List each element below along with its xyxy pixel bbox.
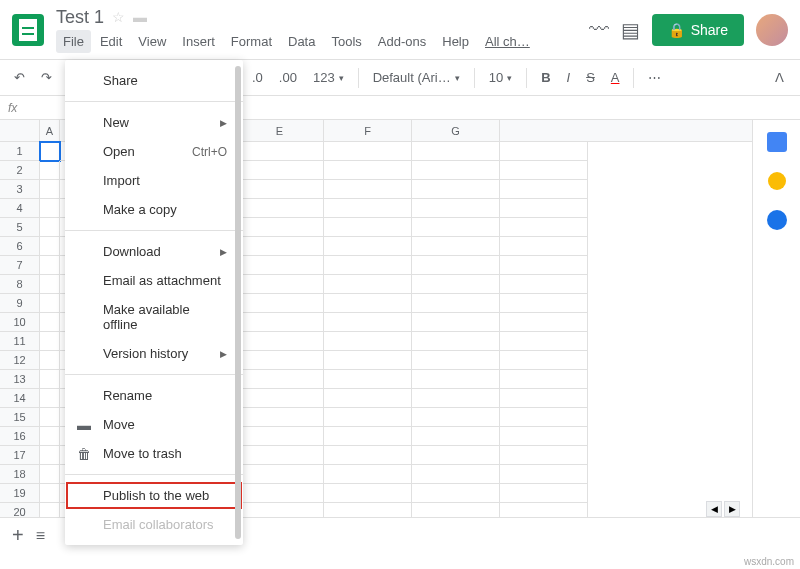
- undo-button[interactable]: ↶: [8, 66, 31, 89]
- col-header-e[interactable]: E: [236, 120, 324, 141]
- cell[interactable]: [40, 294, 60, 313]
- cell[interactable]: [40, 199, 60, 218]
- row-header[interactable]: 14: [0, 389, 40, 408]
- cell[interactable]: [412, 180, 500, 199]
- cell[interactable]: [324, 484, 412, 503]
- menu-file[interactable]: File: [56, 30, 91, 53]
- cell[interactable]: [236, 237, 324, 256]
- cell[interactable]: [40, 332, 60, 351]
- cell[interactable]: [40, 389, 60, 408]
- cell[interactable]: [500, 484, 588, 503]
- cell[interactable]: [412, 351, 500, 370]
- cell[interactable]: [500, 180, 588, 199]
- menu-changes[interactable]: All ch…: [478, 30, 537, 53]
- menu-email-collaborators[interactable]: Email collaborators: [65, 510, 243, 539]
- cell[interactable]: [324, 446, 412, 465]
- row-header[interactable]: 5: [0, 218, 40, 237]
- cell[interactable]: [40, 180, 60, 199]
- sheets-menu-button[interactable]: ≡: [36, 527, 45, 545]
- cell[interactable]: [40, 142, 60, 161]
- menu-download[interactable]: Download▶: [65, 237, 243, 266]
- cell[interactable]: [40, 256, 60, 275]
- cell[interactable]: [40, 484, 60, 503]
- menu-edit[interactable]: Edit: [93, 30, 129, 53]
- cell[interactable]: [500, 275, 588, 294]
- menu-make-copy[interactable]: Make a copy: [65, 195, 243, 224]
- cell[interactable]: [324, 313, 412, 332]
- cell[interactable]: [236, 484, 324, 503]
- cell[interactable]: [236, 256, 324, 275]
- cell[interactable]: [236, 408, 324, 427]
- row-header[interactable]: 4: [0, 199, 40, 218]
- cell[interactable]: [412, 256, 500, 275]
- menu-open[interactable]: OpenCtrl+O: [65, 137, 243, 166]
- row-header[interactable]: 9: [0, 294, 40, 313]
- cell[interactable]: [236, 389, 324, 408]
- cell[interactable]: [236, 465, 324, 484]
- row-header[interactable]: 8: [0, 275, 40, 294]
- cell[interactable]: [40, 275, 60, 294]
- cell[interactable]: [236, 427, 324, 446]
- cell[interactable]: [412, 275, 500, 294]
- cell[interactable]: [324, 294, 412, 313]
- cell[interactable]: [40, 313, 60, 332]
- cell[interactable]: [40, 161, 60, 180]
- cell[interactable]: [236, 351, 324, 370]
- row-header[interactable]: 15: [0, 408, 40, 427]
- menu-view[interactable]: View: [131, 30, 173, 53]
- cell[interactable]: [40, 237, 60, 256]
- collapse-toolbar[interactable]: ᐱ: [767, 66, 792, 89]
- row-header[interactable]: 1: [0, 142, 40, 161]
- menu-move[interactable]: ▬Move: [65, 410, 243, 439]
- cell[interactable]: [412, 161, 500, 180]
- cell[interactable]: [500, 427, 588, 446]
- trend-icon[interactable]: 〰: [589, 18, 609, 41]
- menu-rename[interactable]: Rename: [65, 381, 243, 410]
- row-header[interactable]: 3: [0, 180, 40, 199]
- cell[interactable]: [500, 294, 588, 313]
- star-icon[interactable]: ☆: [112, 9, 125, 25]
- row-header[interactable]: 16: [0, 427, 40, 446]
- cell[interactable]: [500, 313, 588, 332]
- row-header[interactable]: 18: [0, 465, 40, 484]
- tasks-icon[interactable]: [767, 210, 787, 230]
- cell[interactable]: [236, 294, 324, 313]
- cell[interactable]: [412, 237, 500, 256]
- row-header[interactable]: 12: [0, 351, 40, 370]
- cell[interactable]: [412, 408, 500, 427]
- cell[interactable]: [412, 465, 500, 484]
- decrease-decimal[interactable]: .0: [246, 66, 269, 89]
- cell[interactable]: [324, 408, 412, 427]
- cell[interactable]: [324, 389, 412, 408]
- cell[interactable]: [500, 199, 588, 218]
- cell[interactable]: [236, 199, 324, 218]
- cell[interactable]: [500, 370, 588, 389]
- cell[interactable]: [500, 446, 588, 465]
- cell[interactable]: [500, 218, 588, 237]
- bold-button[interactable]: B: [535, 66, 556, 89]
- cell[interactable]: [324, 180, 412, 199]
- cell[interactable]: [500, 142, 588, 161]
- cell[interactable]: [40, 218, 60, 237]
- share-button[interactable]: 🔒 Share: [652, 14, 744, 46]
- cell[interactable]: [324, 275, 412, 294]
- col-header-g[interactable]: G: [412, 120, 500, 141]
- col-header-f[interactable]: F: [324, 120, 412, 141]
- cell[interactable]: [40, 446, 60, 465]
- comments-icon[interactable]: ▤: [621, 18, 640, 42]
- number-format[interactable]: 123▾: [307, 68, 350, 87]
- row-header[interactable]: 2: [0, 161, 40, 180]
- cell[interactable]: [40, 408, 60, 427]
- cell[interactable]: [324, 237, 412, 256]
- row-header[interactable]: 19: [0, 484, 40, 503]
- cell[interactable]: [324, 427, 412, 446]
- cell[interactable]: [236, 142, 324, 161]
- cell[interactable]: [500, 389, 588, 408]
- cell[interactable]: [236, 180, 324, 199]
- cell[interactable]: [500, 408, 588, 427]
- cell[interactable]: [324, 465, 412, 484]
- cell[interactable]: [500, 465, 588, 484]
- cell[interactable]: [40, 370, 60, 389]
- cell[interactable]: [412, 370, 500, 389]
- row-header[interactable]: 13: [0, 370, 40, 389]
